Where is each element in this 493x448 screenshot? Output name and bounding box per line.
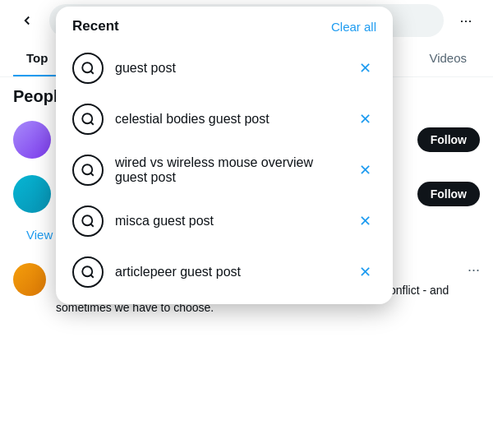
- back-button[interactable]: [13, 7, 41, 35]
- svg-line-9: [90, 224, 93, 226]
- remove-search-2[interactable]: ✕: [353, 108, 376, 131]
- recent-search-text-4: misca guest post: [115, 214, 342, 229]
- tab-top[interactable]: Top: [13, 41, 61, 76]
- more-button[interactable]: ···: [452, 7, 480, 35]
- search-icon-2: [72, 104, 104, 135]
- recent-search-text-1: guest post: [115, 61, 342, 76]
- recent-search-text-5: articlepeer guest post: [115, 265, 342, 279]
- svg-point-10: [82, 266, 92, 276]
- svg-point-4: [82, 113, 92, 123]
- recent-search-item-1[interactable]: guest post ✕: [56, 43, 393, 94]
- remove-search-1[interactable]: ✕: [353, 57, 376, 80]
- svg-line-5: [90, 122, 93, 124]
- svg-point-8: [82, 215, 92, 225]
- recent-search-item-4[interactable]: misca guest post ✕: [56, 196, 393, 247]
- tweet-avatar: [13, 263, 46, 296]
- search-icon-5: [72, 256, 104, 288]
- search-icon-3: [72, 155, 104, 186]
- recent-search-item-3[interactable]: wired vs wireless mouse overview guest p…: [56, 145, 393, 196]
- svg-point-6: [82, 164, 92, 174]
- recent-search-item-2[interactable]: celestial bodies guest post ✕: [56, 94, 393, 145]
- follow-button-1[interactable]: Follow: [417, 127, 480, 152]
- remove-search-5[interactable]: ✕: [353, 261, 376, 284]
- follow-button-2[interactable]: Follow: [417, 182, 480, 206]
- dropdown-header: Recent Clear all: [56, 7, 393, 43]
- recent-search-text-2: celestial bodies guest post: [115, 112, 342, 127]
- svg-point-2: [82, 62, 92, 72]
- recent-search-text-3: wired vs wireless mouse overview guest p…: [115, 155, 342, 185]
- svg-line-11: [90, 275, 93, 277]
- avatar-1: [13, 121, 51, 159]
- svg-line-7: [90, 173, 93, 175]
- clear-all-button[interactable]: Clear all: [331, 20, 376, 34]
- remove-search-3[interactable]: ✕: [353, 159, 376, 182]
- search-icon-4: [72, 206, 104, 237]
- avatar-2: [13, 175, 51, 213]
- remove-search-4[interactable]: ✕: [353, 210, 376, 233]
- recent-searches-dropdown: Recent Clear all guest post ✕ celestial …: [56, 7, 393, 304]
- recent-search-item-5[interactable]: articlepeer guest post ✕: [56, 247, 393, 298]
- svg-line-3: [90, 71, 93, 73]
- dropdown-title: Recent: [72, 18, 119, 35]
- search-icon-1: [72, 53, 104, 84]
